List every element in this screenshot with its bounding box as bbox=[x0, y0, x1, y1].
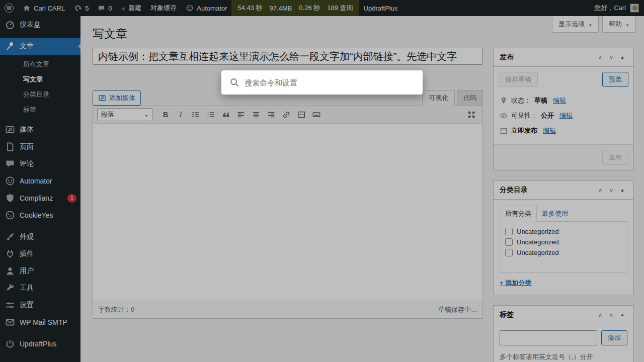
search-icon bbox=[229, 77, 239, 87]
command-search-input[interactable] bbox=[245, 78, 415, 87]
modal-overlay[interactable] bbox=[0, 0, 644, 362]
command-palette bbox=[221, 70, 423, 95]
